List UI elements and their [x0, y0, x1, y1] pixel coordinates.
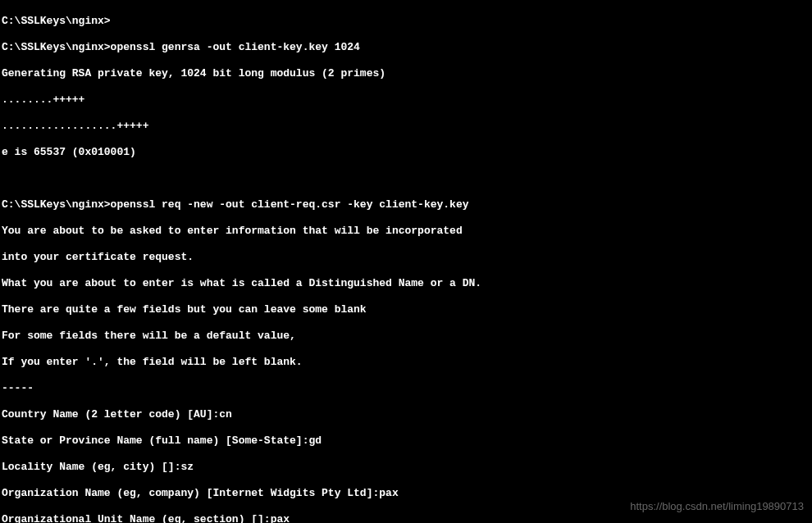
terminal-line: There are quite a few fields but you can… [2, 303, 810, 316]
terminal-line [2, 172, 810, 185]
terminal-line: ........+++++ [2, 93, 810, 107]
terminal-line: Organization Name (eg, company) [Interne… [2, 487, 810, 500]
terminal-line: C:\SSLKeys\nginx>openssl genrsa -out cli… [2, 41, 810, 54]
terminal-line: into your certificate request. [2, 251, 810, 264]
terminal-line: What you are about to enter is what is c… [2, 277, 810, 290]
watermark-text: https://blog.csdn.net/liming19890713 [630, 500, 804, 513]
terminal-line: If you enter '.', the field will be left… [2, 356, 810, 369]
terminal-line: e is 65537 (0x010001) [2, 146, 810, 159]
terminal-line: For some fields there will be a default … [2, 330, 810, 343]
terminal-line: Country Name (2 letter code) [AU]:cn [2, 408, 810, 421]
terminal-line: ----- [2, 382, 810, 395]
terminal-line: C:\SSLKeys\nginx>openssl req -new -out c… [2, 198, 810, 211]
terminal-line: Locality Name (eg, city) []:sz [2, 461, 810, 474]
terminal-output[interactable]: C:\SSLKeys\nginx> C:\SSLKeys\nginx>opens… [2, 2, 810, 521]
terminal-line: ..................+++++ [2, 120, 810, 133]
terminal-line: Generating RSA private key, 1024 bit lon… [2, 67, 810, 80]
terminal-line: You are about to be asked to enter infor… [2, 225, 810, 238]
terminal-line: Organizational Unit Name (eg, section) [… [2, 513, 810, 523]
terminal-line: C:\SSLKeys\nginx> [2, 15, 810, 28]
terminal-line: State or Province Name (full name) [Some… [2, 434, 810, 448]
